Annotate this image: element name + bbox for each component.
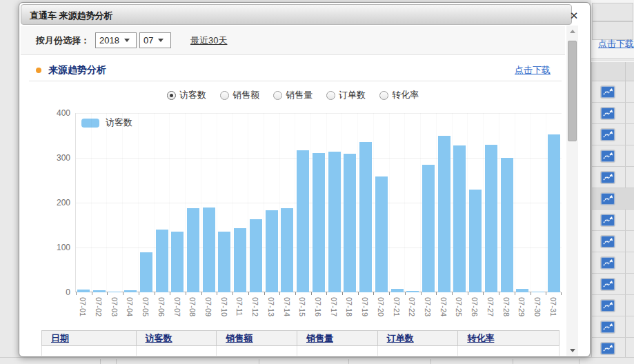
data-table: 日期访客数销售额销售量订单数转化率 [41,330,559,356]
x-axis-tick [217,292,217,295]
x-axis-tick [468,292,468,295]
scroll-down-button[interactable] [566,345,578,356]
metric-radio-销售额[interactable]: 销售额 [220,89,259,101]
chart-bars [76,113,562,292]
x-axis-label: 07-19 [361,297,369,316]
x-axis-label: 07-25 [455,297,463,316]
table-header-cell: 销售额 [216,331,297,345]
trend-chart-icon[interactable] [601,343,615,354]
divider [430,359,431,364]
column-sort-link[interactable]: 转化率 [467,332,494,345]
x-axis-tick [499,292,499,295]
metric-radio-订单数[interactable]: 订单数 [326,89,366,101]
trend-chart-icon[interactable] [601,129,615,141]
chart-bar [438,136,450,293]
section-title: 来源趋势分析 [48,64,106,77]
x-axis-tick [389,292,390,295]
chart-slot [483,113,499,292]
x-axis-tick [546,292,546,295]
divider [116,359,117,364]
chart-bar [171,232,184,292]
x-axis-tick [139,292,139,295]
chart-bar [328,152,341,292]
table-header-cell: 订单数 [377,331,458,345]
metric-radio-销售量[interactable]: 销售量 [273,89,313,101]
column-sort-link[interactable]: 订单数 [387,332,414,345]
chart-slot [404,113,420,292]
trend-chart-icon[interactable] [601,321,615,333]
trend-chart-icon[interactable] [601,193,615,205]
x-axis-label: 07-08 [188,297,197,316]
x-axis-label: 07-05 [141,297,150,316]
trend-chart-icon[interactable] [601,279,615,290]
trend-chart-icon[interactable] [601,86,615,98]
section-header: 来源趋势分析 点击下载 [36,61,564,79]
trend-chart-icon[interactable] [601,172,615,183]
chart-bar [77,290,90,292]
table-row [592,145,634,167]
metric-radio-转化率[interactable]: 转化率 [379,89,419,101]
x-axis-label: 07-07 [173,297,181,316]
background-cell [592,3,633,21]
x-axis-tick [358,292,359,295]
x-axis-label: 07-04 [126,297,134,316]
column-sort-link[interactable]: 访客数 [146,332,172,345]
chart-slot [279,113,295,292]
divider [29,81,562,81]
x-axis-label: 07-22 [408,297,416,316]
trend-chart-icon[interactable] [601,257,615,269]
trend-chart-icon[interactable] [601,108,615,119]
background-download-link[interactable]: 点击下载 [598,38,634,50]
recent-30-days-link[interactable]: 最近30天 [190,34,227,47]
x-axis-tick [436,292,437,295]
column-sort-link[interactable]: 销售量 [306,332,333,345]
trend-chart-icon[interactable] [601,236,615,247]
metric-radio-访客数[interactable]: 访客数 [167,89,206,101]
y-axis-label: 400 [47,108,70,118]
year-select[interactable]: 2018 [95,32,137,48]
table-cell [377,346,458,356]
dialog-titlebar[interactable]: 直通车 来源趋势分析 ✕ [21,4,572,25]
chart-slot [530,113,546,292]
trend-chart-icon[interactable] [601,150,615,162]
background-table-header-cell [592,62,634,81]
download-link[interactable]: 点击下载 [515,64,551,77]
x-axis-label: 07-03 [110,297,119,316]
trend-chart-icon[interactable] [601,214,615,226]
table-row [592,103,634,124]
x-axis-label: 07-21 [393,297,401,316]
x-axis-label: 07-24 [439,297,448,316]
radio-icon [273,91,282,100]
close-icon[interactable]: ✕ [567,9,581,23]
chart-slot [546,113,562,292]
metric-radio-group: 访客数销售额销售量订单数转化率 [21,87,565,103]
trend-chart-icon[interactable] [601,300,615,312]
table-row [592,231,634,252]
x-axis-tick [342,292,343,295]
x-axis-tick [452,292,453,295]
chart-bar [453,145,466,292]
x-axis-tick [201,292,202,295]
year-select-value: 2018 [99,35,119,46]
background-table [591,62,634,364]
x-axis-tick [311,292,312,295]
column-sort-link[interactable]: 日期 [51,332,69,345]
divider [579,359,579,364]
divider [591,60,634,61]
chart-bar [313,153,325,292]
y-axis-label: 300 [47,153,70,163]
trend-analysis-dialog: 直通车 来源趋势分析 ✕ 按月份选择： 2018 07 最近30天 来源趋势分析… [19,2,591,357]
chart-bar [501,158,513,292]
scroll-up-button[interactable] [566,26,578,37]
scrollbar[interactable] [566,26,578,356]
table-row [41,346,559,356]
month-select[interactable]: 07 [139,32,171,48]
table-row [592,188,634,210]
background-cell [592,21,633,40]
chart-bar [532,292,544,292]
table-cell [297,346,377,356]
chart-bar [234,228,246,292]
chart-bar [156,230,168,292]
column-sort-link[interactable]: 销售额 [226,332,252,345]
scrollbar-thumb[interactable] [568,41,577,141]
